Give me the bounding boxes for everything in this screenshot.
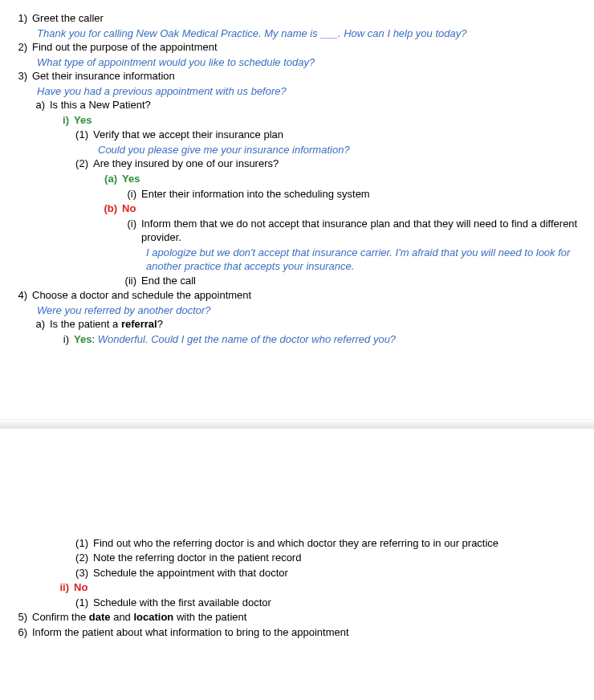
step-6-number: 6)	[13, 625, 32, 640]
step-4ai: i) Yes: Wonderful. Could I get the name …	[13, 332, 581, 347]
step-3ai2: (2) Are they insured by one of our insur…	[13, 157, 581, 171]
step-4aii1-text: Schedule with the first available doctor	[93, 596, 581, 610]
step-3ai2-text: Are they insured by one of our insurers?	[93, 157, 581, 171]
step-5-text: Confirm the date and location with the p…	[32, 610, 581, 625]
step-3ai2ai-text: Enter their information into the schedul…	[141, 187, 581, 201]
step-3ai2-number: (2)	[13, 157, 93, 171]
step-1-number: 1)	[13, 11, 32, 26]
step-3ai2a-number: (a)	[13, 172, 122, 186]
step-4ai1: (1) Find out who the referring doctor is…	[13, 536, 581, 551]
step-3ai1-prompt: Could you please give me your insurance …	[13, 143, 581, 157]
step-4-prompt: Were you referred by another doctor?	[13, 303, 581, 318]
step-4aii: ii) No	[13, 580, 581, 595]
step-3-prompt: Have you had a previous appointment with…	[13, 84, 581, 99]
step-3ai2bii-number: (ii)	[13, 274, 141, 288]
step-3ai1: (1) Verify that we accept their insuranc…	[13, 128, 581, 142]
step-3ai-yes: Yes	[74, 113, 581, 128]
step-4aii1-number: (1)	[13, 596, 93, 610]
step-5-number: 5)	[13, 610, 32, 625]
step-3ai2a: (a) Yes	[13, 172, 581, 186]
step-3ai2ai: (i) Enter their information into the sch…	[13, 187, 581, 201]
step-5: 5) Confirm the date and location with th…	[13, 610, 581, 625]
call-script-page1: 1) Greet the caller Thank you for callin…	[0, 0, 594, 347]
step-3ai2b: (b) No	[13, 201, 581, 216]
step-2: 2) Find out the purpose of the appointme…	[13, 40, 581, 55]
step-3ai2ai-number: (i)	[13, 187, 141, 201]
step-3a-text: Is this a New Patient?	[50, 98, 581, 112]
step-3ai2bii: (ii) End the call	[13, 274, 581, 288]
step-4ai3-text: Schedule the appointment with that docto…	[93, 566, 581, 580]
step-3ai2b-number: (b)	[13, 201, 122, 216]
step-5-location: location	[133, 611, 173, 623]
step-3ai2bi-text: Inform them that we do not accept that i…	[141, 217, 581, 245]
step-3ai2bi: (i) Inform them that we do not accept th…	[13, 217, 581, 245]
step-1-prompt: Thank you for calling New Oak Medical Pr…	[13, 26, 581, 41]
step-3a: a) Is this a New Patient?	[13, 98, 581, 112]
step-2-number: 2)	[13, 40, 32, 55]
step-3ai2bii-text: End the call	[141, 274, 581, 288]
step-4ai2-number: (2)	[13, 551, 93, 565]
page-break	[0, 419, 594, 429]
step-3: 3) Get their insurance information	[13, 69, 581, 83]
step-4ai-yes: Yes	[74, 333, 92, 345]
step-4a-number: a)	[13, 317, 50, 332]
step-6: 6) Inform the patient about what informa…	[13, 625, 581, 640]
step-4aii-number: ii)	[13, 580, 74, 595]
step-4a-post: ?	[157, 318, 163, 330]
step-4aii1: (1) Schedule with the first available do…	[13, 596, 581, 610]
step-3-text: Get their insurance information	[32, 69, 581, 83]
step-4ai2-text: Note the referring doctor in the patient…	[93, 551, 581, 565]
step-4a-pre: Is the patient a	[50, 318, 121, 330]
step-3ai1-number: (1)	[13, 128, 93, 142]
step-4ai-prompt: Wonderful. Could I get the name of the d…	[98, 333, 396, 345]
step-1-text: Greet the caller	[32, 11, 581, 26]
step-3ai: i) Yes	[13, 113, 581, 128]
step-4ai3-number: (3)	[13, 566, 93, 580]
step-5-date: date	[89, 611, 111, 623]
step-5-mid: and	[111, 611, 134, 623]
step-3ai-number: i)	[13, 113, 74, 128]
step-4ai3: (3) Schedule the appointment with that d…	[13, 566, 581, 580]
step-3ai1-text: Verify that we accept their insurance pl…	[93, 128, 581, 142]
step-4a: a) Is the patient a referral?	[13, 317, 581, 332]
step-3ai2a-yes: Yes	[122, 172, 581, 186]
step-4-text: Choose a doctor and schedule the appoint…	[32, 288, 581, 303]
step-3ai2b-no: No	[122, 201, 581, 216]
step-4ai1-text: Find out who the referring doctor is and…	[93, 536, 581, 551]
step-2-text: Find out the purpose of the appointment	[32, 40, 581, 55]
step-4: 4) Choose a doctor and schedule the appo…	[13, 288, 581, 303]
step-4ai-colon: :	[92, 333, 97, 345]
step-4aii-no: No	[74, 580, 581, 595]
step-4a-text: Is the patient a referral?	[50, 317, 581, 332]
step-3ai2bi-number: (i)	[13, 217, 141, 231]
step-4a-referral: referral	[121, 318, 157, 330]
step-4ai-text: Yes: Wonderful. Could I get the name of …	[74, 332, 581, 347]
step-4ai2: (2) Note the referring doctor in the pat…	[13, 551, 581, 565]
step-6-text: Inform the patient about what informatio…	[32, 625, 581, 640]
step-4-number: 4)	[13, 288, 32, 303]
step-4ai1-number: (1)	[13, 536, 93, 551]
step-3a-number: a)	[13, 98, 50, 112]
step-3-number: 3)	[13, 69, 32, 83]
step-2-prompt: What type of appointment would you like …	[13, 55, 581, 70]
step-3ai2bi-prompt: I apologize but we don't accept that ins…	[13, 246, 581, 274]
step-4ai-number: i)	[13, 332, 74, 347]
step-1: 1) Greet the caller	[13, 11, 581, 26]
step-5-pre: Confirm the	[32, 611, 89, 623]
call-script-page2: (1) Find out who the referring doctor is…	[0, 525, 594, 640]
step-5-post: with the patient	[173, 611, 246, 623]
